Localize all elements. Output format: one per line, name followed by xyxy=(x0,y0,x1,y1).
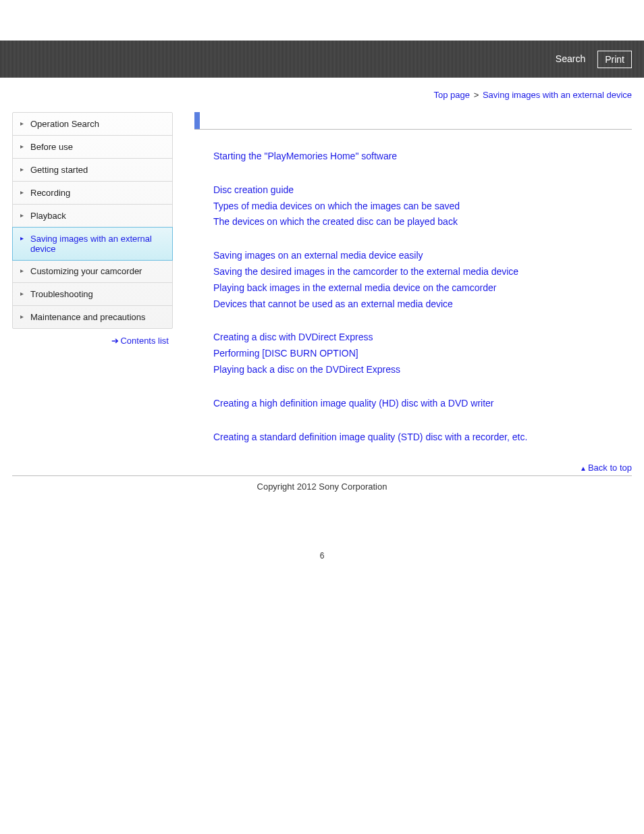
content-link[interactable]: Types of media devices on which the imag… xyxy=(194,199,632,215)
content-link[interactable]: Creating a high definition image quality… xyxy=(194,396,632,412)
sidebar-item-getting-started[interactable]: Getting started xyxy=(13,159,172,182)
link-group: Disc creation guide Types of media devic… xyxy=(194,182,632,230)
sidebar-item-before-use[interactable]: Before use xyxy=(13,136,172,159)
page-title-block xyxy=(194,112,632,130)
sidebar-item-recording[interactable]: Recording xyxy=(13,182,172,205)
search-link[interactable]: Search xyxy=(549,51,592,68)
link-group: Starting the "PlayMemories Home" softwar… xyxy=(194,149,632,165)
sidebar-item-saving-images[interactable]: Saving images with an external device xyxy=(12,227,173,261)
link-group: Saving images on an external media devic… xyxy=(194,248,632,312)
breadcrumb-separator: > xyxy=(474,90,479,100)
sidebar-nav: Operation Search Before use Getting star… xyxy=(12,112,173,329)
header-banner: Search Print xyxy=(0,41,644,78)
content-link[interactable]: The devices on which the created disc ca… xyxy=(194,214,632,230)
content-link[interactable]: Playing back a disc on the DVDirect Expr… xyxy=(194,362,632,378)
content-link[interactable]: Creating a disc with DVDirect Express xyxy=(194,330,632,346)
content-link[interactable]: Disc creation guide xyxy=(194,182,632,199)
sidebar-item-maintenance[interactable]: Maintenance and precautions xyxy=(13,306,172,328)
page-number: 6 xyxy=(0,524,644,569)
link-group: Creating a standard definition image qua… xyxy=(194,429,632,446)
link-group: Creating a disc with DVDirect Express Pe… xyxy=(194,330,632,377)
link-group: Creating a high definition image quality… xyxy=(194,396,632,412)
content-link[interactable]: Saving images on an external media devic… xyxy=(194,248,632,264)
content-link[interactable]: Devices that cannot be used as an extern… xyxy=(194,296,632,313)
back-to-top-link[interactable]: Back to top xyxy=(588,463,632,473)
print-button[interactable]: Print xyxy=(597,51,632,68)
breadcrumb: Top page > Saving images with an externa… xyxy=(12,90,632,100)
sidebar-item-customizing[interactable]: Customizing your camcorder xyxy=(13,260,172,283)
content-link[interactable]: Creating a standard definition image qua… xyxy=(194,429,632,446)
main-content: Starting the "PlayMemories Home" softwar… xyxy=(194,112,632,473)
content-link[interactable]: Saving the desired images in the camcord… xyxy=(194,264,632,280)
breadcrumb-top-page[interactable]: Top page xyxy=(434,90,471,100)
copyright-text: Copyright 2012 Sony Corporation xyxy=(12,476,632,512)
sidebar-item-operation-search[interactable]: Operation Search xyxy=(13,113,172,136)
content-link[interactable]: Performing [DISC BURN OPTION] xyxy=(194,346,632,362)
sidebar-item-playback[interactable]: Playback xyxy=(13,205,172,228)
contents-list-link[interactable]: Contents list xyxy=(120,336,169,346)
arrow-right-icon: ➔ xyxy=(111,336,117,346)
triangle-up-icon: ▲ xyxy=(580,465,587,472)
breadcrumb-current[interactable]: Saving images with an external device xyxy=(483,90,632,100)
content-link[interactable]: Playing back images in the external medi… xyxy=(194,280,632,296)
content-link[interactable]: Starting the "PlayMemories Home" softwar… xyxy=(194,149,632,165)
title-accent-bar xyxy=(194,112,200,129)
sidebar-item-troubleshooting[interactable]: Troubleshooting xyxy=(13,283,172,306)
